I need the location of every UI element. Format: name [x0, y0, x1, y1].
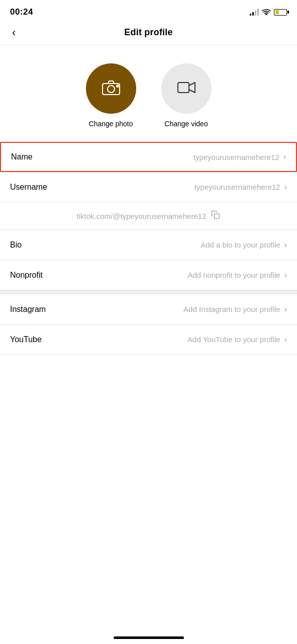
name-row[interactable]: Name typeyourusernamehere12 › [0, 142, 297, 172]
camera-icon [102, 79, 121, 98]
status-bar: 00:24 [0, 0, 297, 22]
bio-right: Add a bio to your profile › [201, 240, 287, 250]
page-title: Edit profile [124, 27, 172, 38]
nonprofit-right: Add nonprofit to your profile › [187, 271, 287, 280]
photo-avatar [86, 63, 136, 114]
name-right: typeyourusernamehere12 › [193, 152, 286, 162]
url-row[interactable]: tiktok.com/@typeyourusernamehere12 [0, 202, 297, 230]
status-time: 00:24 [10, 7, 33, 17]
youtube-row[interactable]: YouTube Add YouTube to your profile › [0, 325, 297, 355]
youtube-chevron-icon: › [284, 335, 287, 344]
section-divider [0, 290, 297, 294]
youtube-placeholder: Add YouTube to your profile [187, 335, 280, 344]
wifi-icon [262, 8, 271, 16]
name-value: typeyourusernamehere12 [193, 153, 279, 162]
signal-icon [250, 9, 259, 16]
form-section: Name typeyourusernamehere12 › Username t… [0, 142, 297, 355]
bio-label: Bio [10, 240, 22, 250]
change-video-label: Change video [164, 120, 208, 128]
instagram-row[interactable]: Instagram Add Instagram to your profile … [0, 294, 297, 325]
instagram-placeholder: Add Instagram to your profile [183, 305, 280, 313]
nonprofit-row[interactable]: Nonprofit Add nonprofit to your profile … [0, 260, 297, 290]
nonprofit-placeholder: Add nonprofit to your profile [187, 271, 280, 279]
home-indicator [114, 636, 184, 639]
youtube-right: Add YouTube to your profile › [187, 335, 287, 344]
youtube-label: YouTube [10, 335, 42, 344]
username-chevron-icon: › [284, 183, 287, 192]
header: ‹ Edit profile [0, 22, 297, 45]
bio-row[interactable]: Bio Add a bio to your profile › [0, 230, 297, 260]
video-camera-icon [177, 80, 195, 97]
nonprofit-chevron-icon: › [284, 271, 287, 280]
name-label: Name [11, 152, 33, 162]
username-right: typeyourusernamehere12 › [194, 183, 287, 192]
change-video-button[interactable]: Change video [161, 63, 212, 128]
bio-placeholder: Add a bio to your profile [201, 240, 280, 249]
change-photo-label: Change photo [89, 120, 133, 128]
back-button[interactable]: ‹ [10, 24, 18, 41]
name-chevron-icon: › [283, 152, 286, 162]
svg-point-0 [266, 14, 267, 15]
instagram-label: Instagram [10, 305, 46, 314]
svg-point-3 [117, 85, 119, 87]
username-row[interactable]: Username typeyourusernamehere12 › [0, 172, 297, 202]
username-label: Username [10, 183, 47, 192]
video-avatar [161, 63, 212, 114]
copy-icon [211, 210, 220, 221]
battery-icon [274, 9, 287, 16]
svg-point-2 [108, 86, 115, 93]
url-text: tiktok.com/@typeyourusernamehere12 [77, 212, 207, 220]
photo-section: Change photo Change video [0, 45, 297, 142]
svg-rect-4 [178, 83, 189, 93]
nonprofit-label: Nonprofit [10, 271, 43, 280]
bio-chevron-icon: › [284, 240, 287, 250]
instagram-chevron-icon: › [284, 305, 287, 314]
instagram-right: Add Instagram to your profile › [183, 305, 287, 314]
username-value: typeyourusernamehere12 [194, 183, 280, 191]
svg-rect-5 [215, 214, 220, 219]
change-photo-button[interactable]: Change photo [86, 63, 136, 128]
status-icons [250, 8, 287, 16]
